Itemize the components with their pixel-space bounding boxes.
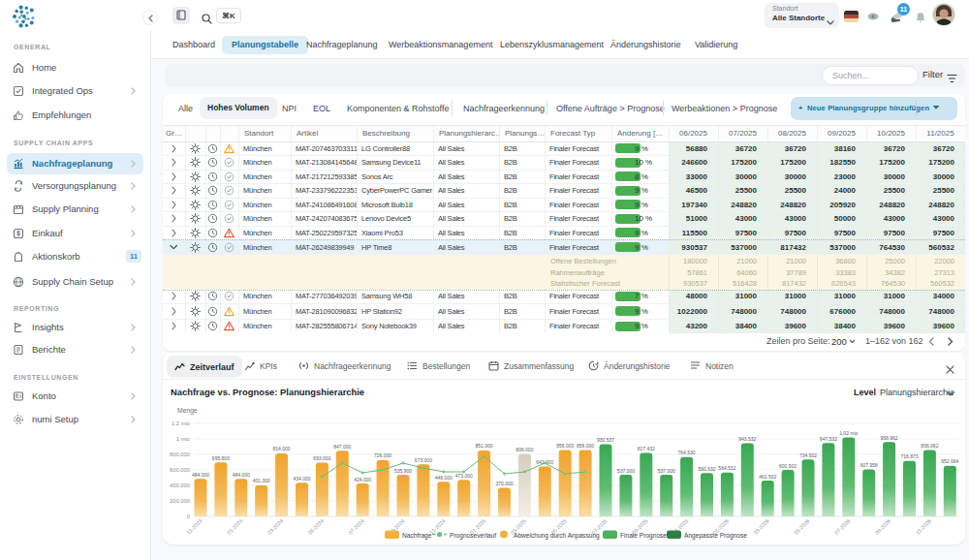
- svg-text:03-2024: 03-2024: [266, 517, 285, 536]
- svg-text:200.000: 200.000: [170, 498, 190, 504]
- svg-text:652.064: 652.064: [941, 458, 958, 464]
- svg-text:Prognoseverlauf: Prognoseverlauf: [450, 532, 496, 540]
- svg-text:484.000: 484.000: [192, 472, 209, 478]
- svg-text:600.000: 600.000: [170, 467, 190, 473]
- svg-text:673.000: 673.000: [415, 457, 432, 463]
- svg-text:448.000: 448.000: [435, 475, 453, 481]
- svg-text:Finale Prognose: Finale Prognose: [620, 532, 667, 540]
- svg-text:09-2026: 09-2026: [874, 517, 892, 536]
- svg-text:930.537: 930.537: [597, 437, 614, 443]
- svg-text:07-2026: 07-2026: [833, 517, 852, 536]
- svg-text:11-2026: 11-2026: [915, 517, 932, 535]
- svg-text:856.062: 856.062: [921, 443, 938, 449]
- svg-text:03-2026: 03-2026: [752, 517, 770, 536]
- svg-text:693.000: 693.000: [313, 455, 330, 461]
- svg-text:537.000: 537.000: [658, 468, 675, 474]
- svg-text:01-2024: 01-2024: [226, 517, 244, 536]
- svg-text:Nachfrage: Nachfrage: [402, 532, 432, 540]
- svg-text:560.532: 560.532: [698, 466, 715, 472]
- svg-text:1 mio: 1 mio: [176, 436, 190, 442]
- svg-text:947.532: 947.532: [820, 436, 837, 442]
- svg-text:600.502: 600.502: [779, 463, 797, 469]
- svg-text:800.000: 800.000: [170, 451, 190, 457]
- svg-text:847.000: 847.000: [333, 444, 351, 450]
- svg-text:764.530: 764.530: [678, 450, 696, 455]
- svg-text:Menge: Menge: [177, 407, 198, 415]
- svg-text:1,02 mio: 1,02 mio: [839, 430, 858, 436]
- svg-text:716.873: 716.873: [900, 453, 918, 459]
- svg-text:814.000: 814.000: [273, 446, 291, 451]
- svg-text:943.532: 943.532: [738, 436, 756, 442]
- svg-text:05-2024: 05-2024: [307, 517, 326, 536]
- svg-text:Angepasste Prognose: Angepasste Prognose: [684, 532, 747, 540]
- svg-text:695.800: 695.800: [212, 455, 230, 461]
- svg-text:856.000: 856.000: [577, 443, 594, 449]
- svg-text:806.000: 806.000: [516, 447, 533, 452]
- svg-text:0: 0: [187, 513, 190, 519]
- svg-text:401.000: 401.000: [253, 478, 270, 483]
- svg-text:07-2024: 07-2024: [347, 517, 365, 536]
- svg-text:564.532: 564.532: [718, 465, 735, 471]
- svg-text:726.000: 726.000: [374, 452, 391, 458]
- svg-text:370.000: 370.000: [495, 481, 513, 486]
- svg-text:05-2026: 05-2026: [793, 517, 811, 536]
- svg-text:537.000: 537.000: [617, 468, 635, 474]
- svg-text:484.000: 484.000: [233, 472, 250, 478]
- svg-text:461.502: 461.502: [759, 474, 776, 480]
- svg-text:958.962: 958.962: [881, 435, 898, 441]
- svg-text:607.958: 607.958: [860, 462, 878, 468]
- svg-text:424.000: 424.000: [354, 477, 371, 482]
- svg-text:1,2 mio: 1,2 mio: [172, 420, 190, 426]
- svg-text:400.000: 400.000: [170, 482, 190, 488]
- svg-text:535.900: 535.900: [394, 468, 412, 474]
- svg-text:817.432: 817.432: [638, 446, 655, 451]
- svg-text:734.502: 734.502: [799, 452, 817, 458]
- svg-text:434.000: 434.000: [293, 476, 310, 482]
- svg-text:473.000: 473.000: [455, 473, 473, 479]
- svg-text:11-2023: 11-2023: [185, 517, 203, 535]
- svg-text:856.000: 856.000: [556, 443, 574, 449]
- svg-text:851.000: 851.000: [476, 443, 493, 449]
- svg-text:Abweichung durch Anpassung: Abweichung durch Anpassung: [514, 532, 600, 540]
